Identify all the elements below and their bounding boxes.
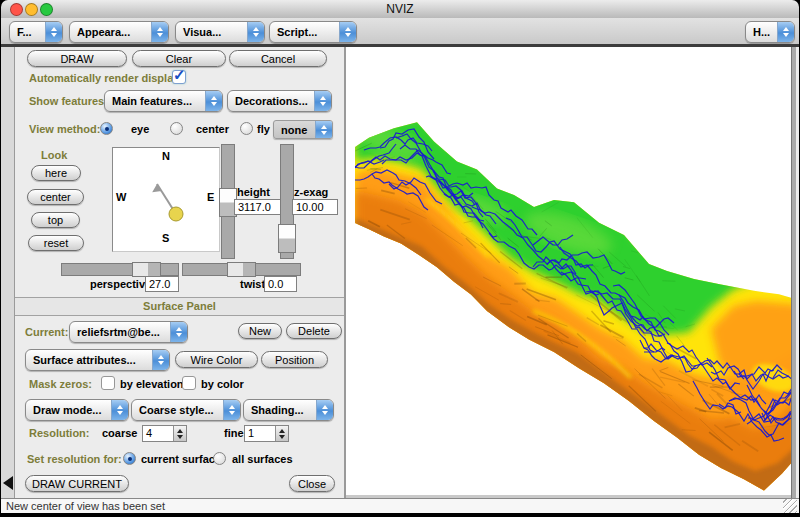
decorations-label: Decorations...	[228, 95, 314, 107]
clear-button[interactable]: Clear	[132, 50, 226, 67]
draw-mode-label: Draw mode...	[26, 404, 111, 416]
menu-help[interactable]: H...	[745, 21, 795, 43]
fly-mode-label: none	[274, 124, 315, 136]
auto-render-label: Automatically render display:	[29, 72, 183, 84]
stepper-icon	[339, 22, 356, 42]
twist-label: twist	[240, 278, 265, 290]
mask-by-color-checkbox[interactable]	[182, 376, 196, 390]
title-bar[interactable]: NVIZ	[1, 0, 799, 19]
draw-mode-popup[interactable]: Draw mode...	[25, 399, 129, 421]
spinner-arrows-icon[interactable]	[173, 426, 186, 441]
perspective-label: perspective	[90, 278, 151, 290]
stepper-icon	[315, 121, 332, 138]
render-right-edge	[791, 47, 796, 498]
menu-visualize[interactable]: Visua...	[175, 21, 265, 43]
coarse-style-label: Coarse style...	[132, 404, 223, 416]
by-color-label: by color	[201, 378, 244, 390]
main-features-popup[interactable]: Main features...	[104, 90, 223, 112]
left-scroll-strip[interactable]	[1, 47, 15, 498]
auto-render-checkbox[interactable]	[172, 70, 186, 84]
stepper-icon	[223, 400, 240, 420]
compass-south-label: S	[162, 232, 169, 244]
all-surfaces-radio[interactable]	[213, 452, 226, 465]
height-label: height	[237, 186, 270, 198]
perspective-field[interactable]: 27.0	[145, 276, 179, 292]
coarse-label: coarse	[102, 427, 137, 439]
stepper-icon	[777, 22, 794, 42]
look-reset-button[interactable]: reset	[28, 235, 84, 251]
menu-appearance-label: Appeara...	[70, 26, 151, 38]
current-surface-value: reliefsrtm@be...	[70, 326, 170, 338]
mask-zeros-label: Mask zeros:	[29, 378, 92, 390]
look-top-button[interactable]: top	[31, 212, 80, 228]
compass-west-label: W	[116, 191, 126, 203]
menu-visualize-label: Visua...	[176, 26, 247, 38]
draw-button[interactable]: DRAW	[27, 50, 127, 67]
view-method-eye-label: eye	[131, 123, 149, 135]
set-resolution-label: Set resolution for:	[27, 453, 122, 465]
delete-surface-button[interactable]: Delete	[286, 323, 342, 339]
coarse-style-popup[interactable]: Coarse style...	[131, 399, 241, 421]
compass-east-label: E	[207, 191, 214, 203]
stepper-icon	[152, 350, 169, 370]
resize-grip-icon[interactable]	[783, 499, 797, 513]
mask-by-elevation-checkbox[interactable]	[101, 376, 115, 390]
menu-appearance[interactable]: Appeara...	[69, 21, 169, 43]
current-surface-popup[interactable]: reliefsrtm@be...	[69, 321, 188, 343]
current-surface-radio[interactable]	[123, 452, 136, 465]
zexag-slider-thumb[interactable]	[278, 224, 296, 253]
compass-puck[interactable]: N W E S	[112, 147, 220, 252]
decorations-popup[interactable]: Decorations...	[227, 90, 332, 112]
status-text: New center of view has been set	[6, 500, 165, 512]
menu-file[interactable]: F...	[9, 21, 63, 43]
view-method-label: View method:	[29, 123, 100, 135]
surface-attributes-popup[interactable]: Surface attributes...	[25, 349, 170, 371]
stepper-icon	[247, 22, 264, 42]
new-surface-button[interactable]: New	[238, 323, 282, 339]
current-surface-label: Current:	[25, 326, 68, 338]
position-button[interactable]: Position	[261, 351, 328, 368]
surface-panel-header: Surface Panel	[15, 297, 344, 316]
height-field[interactable]: 3117.0	[234, 199, 283, 215]
cancel-button[interactable]: Cancel	[229, 50, 327, 67]
fine-resolution-stepper[interactable]: 1	[244, 425, 289, 442]
twist-slider-thumb[interactable]	[227, 262, 256, 277]
terrain-surface	[346, 47, 791, 495]
status-bar: New center of view has been set	[1, 498, 799, 513]
view-method-eye-radio[interactable]	[100, 122, 113, 135]
menu-scripting[interactable]: Script...	[269, 21, 357, 43]
current-surface-option-label: current surface	[141, 453, 221, 465]
stepper-icon	[45, 22, 62, 42]
spinner-arrows-icon[interactable]	[275, 426, 288, 441]
view-method-center-label: center	[196, 123, 229, 135]
nviz-window: NVIZ F... Appeara... Visua... Script... …	[0, 0, 800, 517]
fine-resolution-value[interactable]: 1	[245, 426, 275, 441]
perspective-slider-track[interactable]	[61, 263, 179, 276]
stepper-icon	[205, 91, 222, 111]
close-button[interactable]: Close	[289, 475, 335, 492]
view-method-fly-radio[interactable]	[240, 122, 253, 135]
wire-color-button[interactable]: Wire Color	[175, 351, 258, 368]
look-here-button[interactable]: here	[31, 165, 81, 181]
stepper-icon	[314, 91, 331, 111]
scroll-left-arrow-icon[interactable]	[3, 476, 13, 490]
shading-popup[interactable]: Shading...	[243, 399, 334, 421]
perspective-slider-thumb[interactable]	[132, 262, 161, 277]
menu-scripting-label: Script...	[270, 26, 339, 38]
view-method-center-radio[interactable]	[170, 122, 183, 135]
coarse-resolution-value[interactable]: 4	[143, 426, 173, 441]
render-canvas[interactable]	[346, 47, 791, 498]
stepper-icon	[316, 400, 333, 420]
look-label: Look	[41, 149, 67, 161]
fly-mode-popup[interactable]: none	[273, 120, 333, 139]
surface-attributes-label: Surface attributes...	[26, 354, 152, 366]
coarse-resolution-stepper[interactable]: 4	[142, 425, 187, 442]
stepper-icon	[151, 22, 168, 42]
look-center-button[interactable]: center	[27, 189, 84, 205]
all-surfaces-option-label: all surfaces	[232, 453, 293, 465]
twist-field[interactable]: 0.0	[264, 276, 297, 292]
draw-current-button[interactable]: DRAW CURRENT	[25, 475, 129, 492]
by-elevation-label: by elevation	[120, 378, 184, 390]
zexag-field[interactable]: 10.00	[292, 199, 338, 215]
resolution-label: Resolution:	[29, 427, 90, 439]
